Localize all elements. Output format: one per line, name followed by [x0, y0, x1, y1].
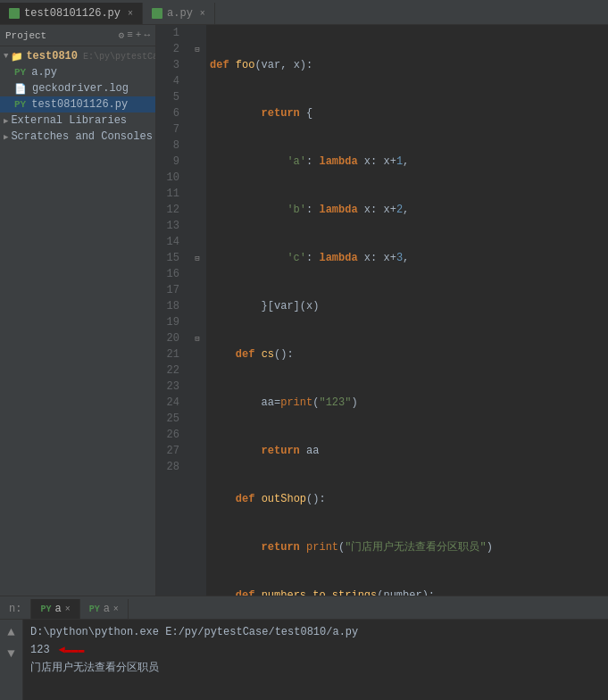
sidebar-item-test08101126[interactable]: PY test08101126.py [0, 96, 155, 112]
sidebar-tree: ▼ 📁 test0810 E:\py\pytestCase PY a.py 📄 … [0, 46, 155, 596]
tab-a-py[interactable]: a.py × [143, 3, 215, 24]
line-num-9: 9 [156, 154, 183, 170]
gutter-26 [188, 427, 206, 443]
line-numbers: 1 2 3 4 5 6 7 8 9 10 11 12 13 14 15 16 1… [156, 25, 188, 596]
tab-test08101126[interactable]: test08101126.py × [0, 3, 143, 24]
run-tab-a-1-label: a [54, 603, 61, 615]
line-num-12: 12 [156, 202, 183, 218]
run-tab-a-1-close[interactable]: × [65, 604, 71, 614]
output-value-123: 123 [30, 642, 50, 658]
run-bottom-area: ▲ ▼ D:\python\python.exe E:/py/pytestCas… [0, 620, 608, 700]
line-num-3: 3 [156, 57, 183, 73]
gutter-19 [188, 314, 206, 330]
folder-arrow-icon: ▼ [4, 52, 8, 61]
file-py-icon-test: PY [14, 99, 26, 110]
gutter-17 [188, 282, 206, 298]
run-tab-a-2-label: a [104, 603, 110, 615]
code-lines[interactable]: def foo(var, x): return { 'a': lambda x:… [206, 25, 608, 596]
sidebar-item-scratches[interactable]: ▶ Scratches and Consoles [0, 129, 155, 145]
sidebar-title: Project [5, 30, 46, 41]
code-line-12: def numbers_to_strings(number): [210, 588, 608, 596]
tab-label-2: a.py [167, 7, 193, 20]
sidebar-item-geckodriver[interactable]: 📄 geckodriver.log [0, 80, 155, 96]
code-line-9: return aa [210, 443, 608, 459]
code-line-11: return print("门店用户无法查看分区职员") [210, 539, 608, 555]
gutter-11 [188, 186, 206, 202]
gutter-9 [188, 154, 206, 170]
gutter: ⊟ ⊟ ⊟ [188, 25, 206, 596]
folder-arrow-collapsed-2-icon: ▶ [4, 132, 8, 142]
line-num-21: 21 [156, 346, 183, 362]
tab-bar: test08101126.py × a.py × [0, 0, 608, 25]
bottom-area: n: PY a × PY a × ▲ ▼ D:\python\python.ex… [0, 596, 608, 700]
gutter-1 [188, 25, 206, 41]
gutter-27 [188, 443, 206, 459]
file-py-icon-a: PY [14, 67, 26, 78]
tab-close-1[interactable]: × [128, 9, 133, 19]
line-num-26: 26 [156, 427, 183, 443]
main-area: Project ⚙ ≡ + ↔ ▼ 📁 test0810 E:\py\pytes… [0, 25, 608, 596]
run-tab-a-2[interactable]: PY a × [80, 599, 129, 619]
run-down-button[interactable]: ▼ [3, 645, 21, 662]
code-line-6: }[var](x) [210, 298, 608, 314]
py-file-icon [9, 8, 20, 19]
line-num-6: 6 [156, 105, 183, 121]
gutter-10 [188, 170, 206, 186]
tree-item-label-scratches: Scratches and Consoles [11, 130, 152, 143]
run-tab-a-2-close[interactable]: × [113, 604, 119, 614]
sidebar-header: Project ⚙ ≡ + ↔ [0, 25, 155, 46]
tree-item-label-test0810: test0810 [26, 50, 78, 62]
gutter-2: ⊟ [188, 41, 206, 57]
py-run-icon-2: PY [89, 604, 100, 614]
sidebar-collapse-icon[interactable]: ≡ [127, 29, 133, 41]
tree-item-label-a-py: a.py [31, 66, 57, 79]
run-tab-bar: n: PY a × PY a × [0, 596, 608, 620]
sidebar-item-external-libraries[interactable]: ▶ External Libraries [0, 112, 155, 129]
editor-area: 1 2 3 4 5 6 7 8 9 10 11 12 13 14 15 16 1… [156, 25, 608, 596]
code-line-7: def cs(): [210, 346, 608, 362]
line-num-23: 23 [156, 379, 183, 395]
py-run-icon-1: PY [40, 604, 51, 614]
py-file-icon-2 [152, 8, 162, 19]
gutter-20: ⊟ [188, 330, 206, 346]
folder-arrow-collapsed-icon: ▶ [4, 116, 8, 126]
sidebar-item-a-py[interactable]: PY a.py [0, 64, 155, 80]
gutter-14 [188, 234, 206, 250]
sidebar-item-test0810[interactable]: ▼ 📁 test0810 E:\py\pytestCase [0, 48, 155, 64]
run-tab-a-1[interactable]: PY a × [31, 599, 79, 619]
sidebar-settings-icon[interactable]: ⚙ [119, 29, 125, 41]
line-num-16: 16 [156, 266, 183, 282]
gutter-8 [188, 138, 206, 154]
code-line-5: 'c': lambda x: x+3, [210, 250, 608, 266]
code-line-1: def foo(var, x): [210, 57, 608, 73]
line-num-20: 20 [156, 330, 183, 346]
line-num-22: 22 [156, 362, 183, 379]
fold-icon-15[interactable]: ⊟ [195, 254, 199, 263]
tab-close-2[interactable]: × [200, 9, 205, 19]
gutter-21 [188, 346, 206, 362]
sidebar: Project ⚙ ≡ + ↔ ▼ 📁 test0810 E:\py\pytes… [0, 25, 156, 596]
run-output: D:\python\python.exe E:/py/pytestCase/te… [23, 620, 608, 700]
sidebar-gear-icon[interactable]: + [136, 29, 142, 41]
run-tab-n[interactable]: n: [0, 599, 31, 619]
code-body[interactable]: 1 2 3 4 5 6 7 8 9 10 11 12 13 14 15 16 1… [156, 25, 608, 596]
line-num-28: 28 [156, 459, 183, 475]
output-arrow-123: ◀▬▬▬ [59, 642, 85, 658]
fold-icon-2[interactable]: ⊟ [195, 45, 199, 54]
gutter-18 [188, 298, 206, 314]
gutter-3 [188, 57, 206, 73]
tree-item-label-test08101126: test08101126.py [31, 98, 128, 111]
fold-icon-20[interactable]: ⊟ [195, 334, 199, 344]
line-num-14: 14 [156, 234, 183, 250]
run-up-button[interactable]: ▲ [3, 623, 21, 641]
line-num-13: 13 [156, 218, 183, 234]
sidebar-expand-icon[interactable]: ↔ [144, 29, 150, 41]
line-num-17: 17 [156, 282, 183, 298]
output-command-line: D:\python\python.exe E:/py/pytestCase/te… [30, 623, 601, 641]
gutter-28 [188, 459, 206, 475]
line-num-25: 25 [156, 411, 183, 427]
gutter-7 [188, 121, 206, 138]
line-num-1: 1 [156, 25, 183, 41]
code-line-2: return { [210, 105, 608, 121]
line-num-27: 27 [156, 443, 183, 459]
